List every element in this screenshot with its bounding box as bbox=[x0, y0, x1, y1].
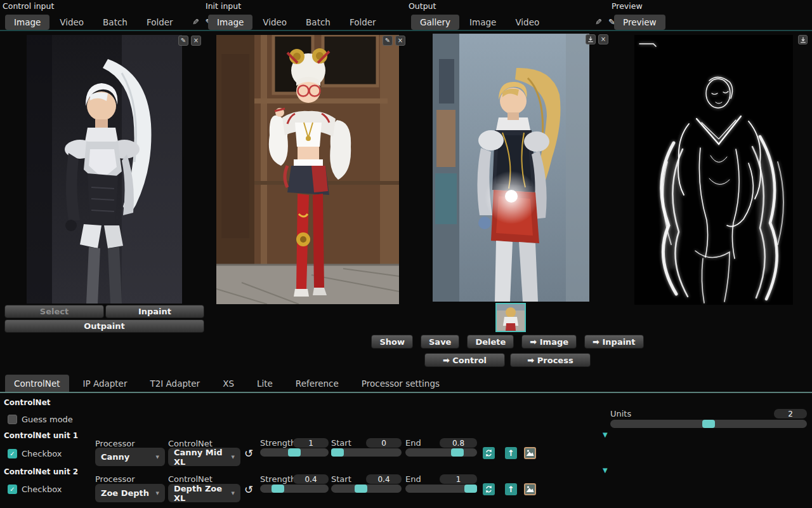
unit1-upload-icon[interactable]: ↑ bbox=[505, 447, 517, 459]
preview-tabs: Preview bbox=[614, 14, 665, 30]
to-image-button[interactable]: ➡ Image bbox=[521, 335, 577, 349]
units-slider[interactable] bbox=[610, 420, 807, 428]
unit2-processor-label: Processor bbox=[95, 474, 135, 484]
unit1-end-value[interactable]: 0.8 bbox=[440, 438, 477, 448]
tab-t2i-adapter[interactable]: T2I Adapter bbox=[141, 375, 209, 392]
unit1-end-label: End bbox=[405, 438, 421, 448]
close-image-icon[interactable]: × bbox=[191, 36, 201, 46]
unit2-upload-icon[interactable]: ↑ bbox=[505, 483, 517, 495]
unit2-end-label: End bbox=[405, 474, 421, 484]
output-transfer-row: ➡ Control ➡ Process bbox=[406, 353, 609, 367]
unit2-title: ControlNet unit 2 bbox=[4, 467, 78, 476]
unit1-start-slider[interactable] bbox=[331, 448, 402, 457]
tab-preview[interactable]: Preview bbox=[614, 15, 665, 30]
tab-init-video[interactable]: Video bbox=[254, 15, 296, 30]
tab-output-gallery[interactable]: Gallery bbox=[411, 15, 459, 30]
unit2-expand-icon[interactable]: ▼ bbox=[603, 467, 608, 474]
chevron-down-icon: ▼ bbox=[156, 491, 159, 496]
unit2-start-handle[interactable] bbox=[355, 485, 367, 493]
download-preview-icon[interactable] bbox=[798, 35, 808, 44]
preview-image[interactable] bbox=[634, 35, 793, 305]
unit1-expand-icon[interactable]: ▼ bbox=[603, 432, 608, 438]
tab-reference[interactable]: Reference bbox=[287, 375, 348, 392]
init-input-image[interactable] bbox=[216, 35, 399, 304]
unit2-strength-value[interactable]: 0.4 bbox=[293, 474, 329, 484]
controlnet-section-title: ControlNet bbox=[4, 398, 51, 407]
unit2-reset-icon[interactable]: ↺ bbox=[244, 485, 253, 495]
unit2-end-value[interactable]: 1 bbox=[440, 474, 477, 484]
controlnet-tabs: ControlNet IP Adapter T2I Adapter XS Lit… bbox=[5, 375, 449, 392]
unit2-controlnet-label: ControlNet bbox=[168, 474, 213, 484]
unit1-strength-slider[interactable] bbox=[260, 448, 329, 457]
unit1-start-handle[interactable] bbox=[331, 448, 344, 457]
unit1-enabled-checkbox[interactable]: ✓ bbox=[8, 449, 17, 458]
unit2-enabled-checkbox[interactable]: ✓ bbox=[8, 485, 17, 494]
unit2-controlnet-dropdown[interactable]: Depth Zoe XL ▼ bbox=[168, 484, 240, 502]
guess-mode-checkbox[interactable] bbox=[8, 415, 17, 424]
show-button[interactable]: Show bbox=[371, 335, 413, 349]
unit2-strength-handle[interactable] bbox=[272, 485, 284, 493]
tab-lite[interactable]: Lite bbox=[248, 375, 282, 392]
chevron-down-icon: ▼ bbox=[232, 455, 235, 460]
tab-processor-settings[interactable]: Processor settings bbox=[353, 375, 449, 392]
close-image-icon[interactable]: × bbox=[395, 36, 405, 46]
to-inpaint-button[interactable]: ➡ Inpaint bbox=[584, 335, 644, 349]
tab-ip-adapter[interactable]: IP Adapter bbox=[74, 375, 136, 392]
unit1-controlnet-dropdown[interactable]: Canny Mid XL ▼ bbox=[168, 448, 240, 466]
unit2-processor-dropdown[interactable]: Zoe Depth ▼ bbox=[95, 484, 165, 502]
to-control-button[interactable]: ➡ Control bbox=[424, 353, 505, 367]
unit1-reset-icon[interactable]: ↺ bbox=[244, 448, 253, 459]
unit2-image-icon[interactable] bbox=[524, 483, 536, 495]
tab-output-image[interactable]: Image bbox=[461, 15, 505, 30]
units-value[interactable]: 2 bbox=[774, 409, 807, 418]
app-window: Control input Init input Output Preview … bbox=[0, 0, 812, 508]
unit2-strength-slider[interactable] bbox=[260, 485, 329, 493]
unit1-end-slider[interactable] bbox=[405, 448, 477, 457]
mask-pencil-icon[interactable]: ✎ bbox=[192, 18, 199, 26]
unit1-enabled-label: Checkbox bbox=[22, 449, 62, 458]
unit2-end-handle[interactable] bbox=[464, 485, 477, 493]
tab-control-batch[interactable]: Batch bbox=[94, 15, 136, 30]
to-process-button[interactable]: ➡ Process bbox=[510, 353, 591, 367]
tab-init-folder[interactable]: Folder bbox=[341, 15, 385, 30]
outpaint-button[interactable]: Outpaint bbox=[4, 319, 204, 333]
unit1-image-icon[interactable] bbox=[524, 447, 536, 459]
unit2-start-value[interactable]: 0.4 bbox=[366, 474, 402, 484]
tab-init-batch[interactable]: Batch bbox=[297, 15, 339, 30]
top-tab-underline bbox=[0, 30, 812, 31]
unit1-start-value[interactable]: 0 bbox=[366, 438, 402, 448]
select-button[interactable]: Select bbox=[4, 305, 104, 318]
unit1-processor-dropdown[interactable]: Canny ▼ bbox=[95, 448, 165, 466]
gallery-thumbnail[interactable] bbox=[495, 303, 526, 332]
unit1-strength-label: Strength bbox=[260, 438, 296, 448]
unit1-end-handle[interactable] bbox=[451, 448, 464, 457]
unit1-refresh-icon[interactable] bbox=[483, 447, 495, 459]
delete-button[interactable]: Delete bbox=[467, 335, 514, 349]
unit1-strength-value[interactable]: 1 bbox=[293, 438, 329, 448]
init-input-title: Init input bbox=[206, 1, 241, 11]
unit1-start-label: Start bbox=[331, 438, 351, 448]
unit2-refresh-icon[interactable] bbox=[483, 483, 495, 495]
tab-control-folder[interactable]: Folder bbox=[138, 15, 182, 30]
preview-title: Preview bbox=[612, 1, 643, 11]
tab-xs[interactable]: XS bbox=[214, 375, 243, 392]
unit2-end-slider[interactable] bbox=[405, 485, 477, 493]
tab-control-image[interactable]: Image bbox=[5, 15, 49, 30]
control-input-image[interactable] bbox=[27, 35, 182, 304]
units-slider-handle[interactable] bbox=[702, 420, 715, 428]
check-icon: ✓ bbox=[10, 486, 15, 493]
unit1-strength-handle[interactable] bbox=[288, 448, 301, 457]
edit-image-icon[interactable]: ✎ bbox=[383, 36, 393, 46]
inpaint-button[interactable]: Inpaint bbox=[105, 305, 204, 318]
unit2-start-slider[interactable] bbox=[331, 485, 402, 493]
tab-control-video[interactable]: Video bbox=[51, 15, 93, 30]
save-button[interactable]: Save bbox=[421, 335, 459, 349]
tab-init-image[interactable]: Image bbox=[208, 15, 252, 30]
close-image-icon[interactable]: × bbox=[598, 34, 608, 44]
tab-controlnet[interactable]: ControlNet bbox=[5, 375, 69, 392]
output-image[interactable] bbox=[433, 34, 589, 302]
download-image-icon[interactable] bbox=[586, 34, 596, 44]
tab-output-video[interactable]: Video bbox=[506, 15, 548, 30]
mask-pencil-icon[interactable]: ✎ bbox=[595, 18, 602, 26]
edit-image-icon[interactable]: ✎ bbox=[178, 36, 188, 46]
